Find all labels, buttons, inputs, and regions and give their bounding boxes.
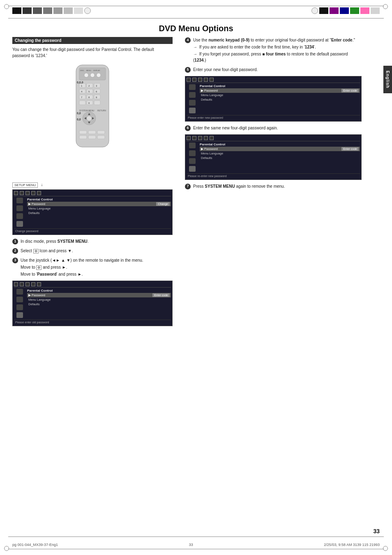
menu-icon-left (189, 100, 196, 106)
step-3-content: Use the joystick (◄► ▲ ▼) on the remote … (21, 257, 173, 277)
menu-icon (187, 78, 191, 82)
menu-item-password: ▶ Password Enter code (200, 88, 360, 93)
menu-icon (37, 282, 41, 286)
step-2-content: Select ⚙ Icon and press ▼. (21, 248, 173, 254)
bar-block (360, 7, 369, 14)
menu-items-right: Parental Control ▶ Password Enter code M… (200, 84, 360, 114)
step3-menu-screenshot: Parental Control ▶ Password Enter code M… (12, 281, 173, 326)
menu-title: Parental Control (200, 84, 360, 88)
menu-icon (210, 78, 214, 82)
step-1: 1 In disc mode, press SYSTEM MENU. (12, 238, 173, 244)
menu-item-defaults: Defaults (200, 156, 360, 160)
top-rule-2 (8, 18, 384, 18)
svg-rect-8 (79, 83, 85, 88)
step-4-content: Use the numeric keypad (0-9) to enter yo… (193, 37, 362, 63)
step-7: 7 Press SYSTEM MENU again to remove the … (185, 183, 362, 189)
menu-icon-left (16, 221, 23, 227)
svg-rect-22 (87, 95, 93, 99)
menu-bottom-text: Please enter old password (14, 320, 171, 325)
step-3: 3 Use the joystick (◄► ▲ ▼) on the remot… (12, 257, 173, 277)
svg-rect-18 (94, 89, 100, 93)
step-4: 4 Use the numeric keypad (0-9) to enter … (185, 37, 362, 63)
menu-icon (31, 282, 35, 286)
menu-icon-left (16, 213, 23, 219)
menu-icon (31, 191, 35, 195)
menu-bottom-text: Please enter new password (187, 115, 360, 120)
setup-menu-label-area: SETUP MENU ↓ (12, 182, 173, 188)
menu-item-password: ▶ Password Change (27, 202, 171, 206)
svg-rect-44 (79, 136, 87, 139)
corner-mark-tl (4, 4, 9, 9)
svg-text:0,0: 0,0 (77, 112, 81, 115)
menu-icon (192, 136, 196, 140)
menu-icons-left (14, 289, 25, 319)
menu-icon-left (189, 166, 196, 172)
menu-icon-left (16, 304, 23, 310)
step-4-sub2: → If you forget your password, press ■ f… (193, 51, 362, 63)
svg-rect-16 (87, 89, 93, 93)
menu-body: Parental Control ▶ Password Change Menu … (14, 198, 171, 228)
menu-icon-left (16, 289, 23, 295)
footer-right: 2/25/03, 9:58 AM 3139 115 21993 (324, 543, 380, 547)
menu-icon (187, 136, 191, 140)
section-header: Changing the password (12, 37, 173, 44)
bar-block (340, 7, 349, 14)
svg-rect-24 (94, 95, 100, 99)
svg-text:0,0: 0,0 (77, 118, 81, 121)
circle-decoration (311, 7, 318, 14)
page-title: DVD Menu Options (0, 24, 392, 33)
svg-text:DISC: DISC (80, 69, 84, 71)
menu-items-right: Parental Control ▶ Password Enter code M… (27, 289, 171, 319)
footer-left: pg 001-044_MX39-37-Eng1 (12, 543, 58, 547)
right-column: 4 Use the numeric keypad (0-9) to enter … (185, 37, 374, 193)
corner-mark-bl (4, 546, 9, 551)
remote-image-area: DISC MENU DISPLAY 1 2 3 4 5 6 7 8 9 (12, 63, 173, 178)
step-4-sub1: → If you are asked to enter the code for… (193, 44, 362, 50)
svg-rect-12 (94, 83, 100, 88)
menu-icon-left (189, 143, 196, 148)
menu-bottom-text: Change password (14, 228, 171, 233)
english-tab: English (383, 66, 392, 93)
section-intro: You can change the four-digit password u… (12, 46, 173, 59)
menu-top-bar (187, 78, 360, 83)
bar-block (74, 7, 83, 14)
menu-icon-left (16, 198, 23, 203)
step-1-content: In disc mode, press SYSTEM MENU. (21, 238, 173, 244)
step-3-sub2: Move to 'Password' and press ►. (21, 271, 173, 277)
bar-block (371, 7, 380, 14)
menu-items-right: Parental Control ▶ Password Change Menu … (27, 198, 171, 228)
menu-top-bar (14, 191, 171, 196)
menu-body: Parental Control ▶ Password Enter code M… (14, 289, 171, 319)
bottom-rule-1 (8, 537, 384, 537)
setup-menu-label: SETUP MENU (12, 182, 38, 188)
menu-items-right: Parental Control ▶ Password Enter code M… (200, 143, 360, 173)
bottom-rule-2 (8, 549, 384, 549)
menu-icon-left (189, 158, 196, 164)
menu-icon-left (189, 108, 196, 113)
menu-icon (204, 136, 208, 140)
menu-item-defaults: Defaults (200, 97, 360, 102)
menu-item-language: Menu Language (200, 93, 360, 97)
menu-icon-left (189, 150, 196, 156)
step-num-1: 1 (12, 239, 18, 244)
page-number: 33 (373, 528, 380, 534)
step-5-content: Enter your new four-digit password. (193, 67, 362, 73)
menu-item-password: ▶ Password Enter code (200, 147, 360, 151)
step6-menu-screenshot: Parental Control ▶ Password Enter code M… (185, 134, 362, 180)
menu-icon-left (16, 312, 23, 318)
menu-title: Parental Control (27, 198, 171, 201)
corner-mark-br (383, 546, 388, 551)
svg-rect-14 (79, 89, 85, 93)
menu-icon (198, 136, 202, 140)
svg-text:0,0,0: 0,0,0 (77, 81, 83, 84)
menu-title: Parental Control (27, 289, 171, 292)
svg-rect-45 (88, 136, 96, 139)
menu-icon (192, 78, 196, 82)
svg-rect-26 (79, 101, 85, 105)
bar-block (64, 7, 73, 14)
enter-code-label: Enter code (341, 147, 359, 151)
menu-icon (20, 191, 24, 195)
menu-icon (25, 282, 30, 286)
corner-mark-tr (383, 4, 388, 9)
svg-rect-42 (88, 131, 96, 134)
